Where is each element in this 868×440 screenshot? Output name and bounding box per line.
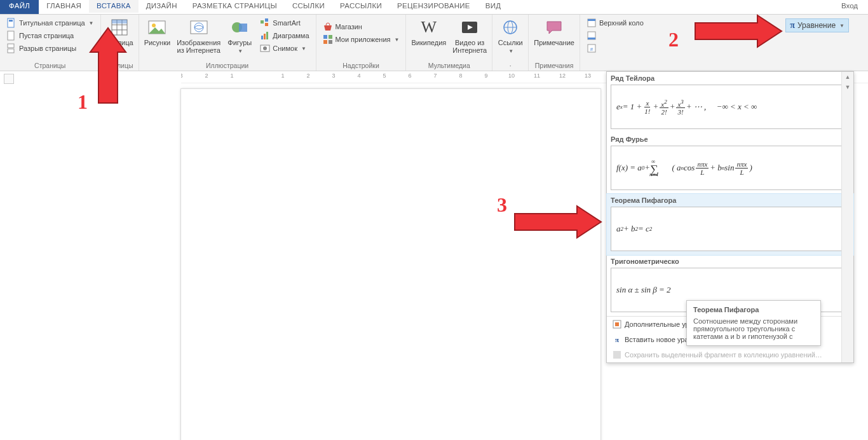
screenshot-icon bbox=[260, 43, 270, 53]
my-apps-button[interactable]: Мои приложения▼ bbox=[322, 34, 401, 45]
links-button[interactable]: Ссылки▼ bbox=[495, 16, 526, 57]
shapes-icon bbox=[229, 17, 250, 38]
svg-rect-20 bbox=[261, 36, 263, 39]
ruler-toggle[interactable] bbox=[4, 74, 14, 84]
store-button[interactable]: Магазин bbox=[322, 21, 401, 32]
page-break-button[interactable]: Разрыв страницы bbox=[5, 43, 95, 54]
group-addins-label: Надстройки bbox=[319, 62, 403, 71]
svg-rect-36 bbox=[588, 19, 595, 21]
title-page-button[interactable]: Титульная страница▼ bbox=[5, 17, 95, 29]
tab-page-layout[interactable]: РАЗМЕТКА СТРАНИЦЫ bbox=[185, 0, 285, 14]
comment-label: Примечание bbox=[534, 39, 574, 46]
tooltip-body: Соотношение между сторонами прямоугольно… bbox=[693, 317, 814, 340]
chevron-down-icon: ▼ bbox=[301, 46, 306, 52]
footer-icon bbox=[587, 31, 597, 41]
table-button[interactable]: Таблица▼ bbox=[104, 16, 136, 57]
header-label: Верхний коло bbox=[599, 19, 644, 27]
chart-label: Диаграмма bbox=[273, 32, 309, 39]
chart-icon bbox=[260, 31, 270, 41]
ribbon-insert: Титульная страница▼ Пустая страница Разр… bbox=[0, 15, 868, 71]
tab-insert[interactable]: ВСТАВКА bbox=[89, 0, 139, 14]
group-tables-label: Таблицы bbox=[104, 62, 136, 71]
svg-rect-2 bbox=[8, 31, 14, 40]
tab-design[interactable]: ДИЗАЙН bbox=[139, 0, 185, 14]
group-links-label: · bbox=[495, 62, 526, 71]
equation-button[interactable]: π Уравнение ▼ bbox=[785, 18, 849, 32]
shapes-button[interactable]: Фигуры▼ bbox=[224, 16, 255, 57]
document-page[interactable] bbox=[181, 89, 600, 440]
svg-rect-18 bbox=[265, 18, 268, 22]
tab-file[interactable]: ФАЙЛ bbox=[0, 0, 39, 14]
scroll-up-icon[interactable]: ▲ bbox=[842, 72, 853, 82]
chevron-down-icon: ▼ bbox=[89, 20, 94, 26]
pictures-icon bbox=[147, 17, 167, 38]
tab-references[interactable]: ССЫЛКИ bbox=[285, 0, 332, 14]
links-label: Ссылки bbox=[498, 39, 523, 46]
group-media-label: Мультимедиа bbox=[409, 62, 489, 71]
group-header-footer: Верхний коло # bbox=[580, 15, 650, 71]
group-comments-label: Примечания bbox=[531, 62, 577, 71]
store-icon bbox=[323, 22, 333, 32]
equation-item-title: Теорема Пифагора bbox=[611, 196, 850, 204]
comment-icon bbox=[544, 17, 564, 38]
tab-home[interactable]: ГЛАВНАЯ bbox=[39, 0, 89, 14]
svg-rect-38 bbox=[588, 38, 595, 39]
tooltip: Теорема Пифагора Соотношение между сторо… bbox=[686, 300, 821, 346]
chart-button[interactable]: Диаграмма bbox=[259, 30, 310, 41]
page-break-icon bbox=[6, 43, 17, 53]
screenshot-label: Снимок bbox=[273, 45, 297, 52]
save-icon bbox=[612, 350, 622, 360]
tab-view[interactable]: ВИД bbox=[478, 0, 509, 14]
group-tables: Таблица▼ Таблицы bbox=[101, 15, 139, 71]
scroll-down-icon[interactable]: ▼ bbox=[842, 82, 853, 92]
page-break-label: Разрыв страницы bbox=[19, 45, 76, 52]
wikipedia-icon: W bbox=[419, 17, 439, 38]
svg-rect-28 bbox=[323, 40, 327, 44]
comment-button[interactable]: Примечание bbox=[531, 16, 577, 48]
svg-rect-10 bbox=[112, 20, 127, 24]
equation-gallery-item[interactable]: Теорема Пифагораa2 + b2 = c2 bbox=[607, 194, 853, 255]
header-button[interactable]: Верхний коло bbox=[585, 17, 645, 29]
svg-rect-3 bbox=[8, 44, 14, 48]
tab-mailings[interactable]: РАССЫЛКИ bbox=[332, 0, 390, 14]
svg-rect-19 bbox=[265, 23, 268, 26]
group-illustrations-label: Иллюстрации bbox=[142, 62, 313, 71]
page-number-button[interactable]: # bbox=[585, 43, 645, 54]
svg-rect-21 bbox=[264, 34, 266, 39]
chevron-down-icon: ▼ bbox=[508, 48, 513, 54]
screenshot-button[interactable]: Снимок▼ bbox=[259, 43, 310, 54]
group-comments: Примечание Примечания bbox=[529, 15, 580, 71]
online-pictures-icon bbox=[189, 17, 209, 38]
wikipedia-button[interactable]: W Википедия bbox=[409, 16, 449, 48]
equation-item-title: Ряд Фурье bbox=[611, 135, 850, 143]
svg-rect-4 bbox=[8, 49, 14, 53]
tooltip-title: Теорема Пифагора bbox=[693, 306, 814, 313]
group-links: Ссылки▼ · bbox=[492, 15, 529, 71]
group-illustrations: Рисунки Изображенияиз Интернета Фигуры▼ … bbox=[139, 15, 316, 71]
tab-review[interactable]: РЕЦЕНЗИРОВАНИЕ bbox=[390, 0, 478, 14]
gallery-scrollbar[interactable]: ▲ ▼ bbox=[841, 72, 853, 362]
footer-button[interactable] bbox=[585, 30, 645, 41]
pictures-button[interactable]: Рисунки bbox=[142, 16, 173, 48]
blank-page-button[interactable]: Пустая страница bbox=[5, 30, 95, 41]
smartart-button[interactable]: SmartArt bbox=[259, 17, 310, 29]
equation-preview: a2 + b2 = c2 bbox=[611, 207, 850, 251]
table-icon bbox=[109, 17, 130, 38]
svg-rect-26 bbox=[323, 35, 327, 39]
pi-icon: π bbox=[790, 20, 795, 31]
equation-gallery-item[interactable]: Ряд Фурьеf(x) = a0 + ∑n=1∞ ( an cos nπxL… bbox=[607, 133, 853, 194]
svg-text:#: # bbox=[590, 46, 593, 52]
sign-in-link[interactable]: Вход bbox=[834, 0, 868, 14]
pi-icon: π bbox=[612, 334, 622, 345]
chevron-down-icon: ▼ bbox=[839, 23, 844, 29]
svg-marker-25 bbox=[324, 25, 332, 31]
pictures-label: Рисунки bbox=[144, 39, 171, 46]
blank-page-label: Пустая страница bbox=[19, 32, 74, 39]
equation-gallery-item[interactable]: Ряд Тейлораex = 1 + x1! + x22! + x33! + … bbox=[607, 72, 853, 133]
online-video-button[interactable]: Видео изИнтернета bbox=[450, 16, 489, 55]
online-pictures-button[interactable]: Изображенияиз Интернета bbox=[174, 16, 223, 55]
video-label1: Видео из bbox=[455, 39, 484, 46]
my-apps-icon bbox=[323, 34, 333, 45]
group-pages-label: Страницы bbox=[3, 62, 98, 71]
save-to-gallery-label: Сохранить выделенный фрагмент в коллекци… bbox=[625, 351, 822, 359]
